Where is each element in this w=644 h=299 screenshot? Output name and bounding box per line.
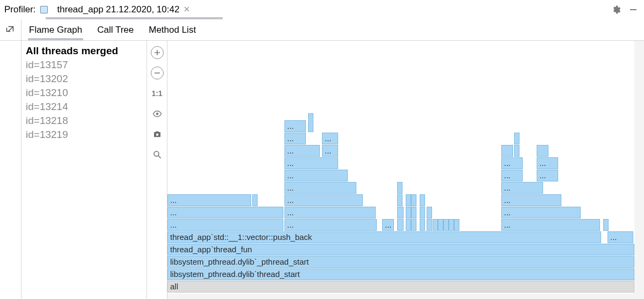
thread-item-all[interactable]: All threads merged: [21, 44, 147, 58]
flame-frame[interactable]: [438, 219, 443, 231]
thread-item[interactable]: id=13214: [21, 100, 147, 114]
thread-item[interactable]: id=13218: [21, 114, 147, 128]
flame-frame[interactable]: thread_app`thread_fun: [167, 244, 634, 256]
flame-frame[interactable]: [454, 219, 459, 231]
view-tabs-row: Flame Graph Call Tree Method List: [0, 19, 644, 41]
flame-frame[interactable]: ...: [501, 194, 561, 206]
flame-frame[interactable]: [420, 207, 425, 218]
svg-point-2: [156, 134, 158, 136]
flame-frame[interactable]: [308, 113, 313, 120]
flame-frame[interactable]: ...: [284, 194, 363, 206]
left-gutter: [0, 41, 21, 299]
flame-graph[interactable]: all libsystem_pthread.dylib`thread_start…: [167, 41, 644, 299]
profiler-label: Profiler:: [4, 4, 40, 15]
flame-frame[interactable]: [537, 145, 548, 157]
gear-icon[interactable]: [610, 3, 623, 16]
search-icon[interactable]: [151, 148, 164, 161]
view-tabs: Flame Graph Call Tree Method List: [21, 19, 203, 40]
close-icon[interactable]: [184, 5, 190, 14]
flame-frame[interactable]: [397, 219, 404, 231]
flame-frame[interactable]: ...: [501, 157, 523, 169]
h-scrollbar[interactable]: [167, 294, 644, 299]
flame-frame[interactable]: [406, 207, 411, 218]
flame-frame[interactable]: ...: [167, 219, 283, 231]
flame-frame[interactable]: ...: [284, 157, 338, 169]
svg-point-3: [154, 151, 159, 156]
flame-frame[interactable]: [501, 145, 513, 157]
flame-frame[interactable]: [603, 219, 609, 231]
flame-frame[interactable]: [397, 207, 404, 218]
thread-item[interactable]: id=13157: [21, 58, 147, 72]
flame-frame[interactable]: [411, 219, 416, 231]
tab-underline: [46, 17, 223, 19]
flame-frame[interactable]: ...: [608, 231, 633, 243]
thread-item[interactable]: id=13210: [21, 86, 147, 100]
tab-method-list[interactable]: Method List: [149, 20, 196, 40]
flame-frame[interactable]: ...: [167, 207, 283, 218]
flame-frame[interactable]: libsystem_pthread.dylib`_pthread_start: [167, 256, 634, 268]
flame-frame[interactable]: [427, 207, 432, 218]
flame-frame[interactable]: [406, 194, 411, 206]
flame-frame[interactable]: ...: [322, 133, 338, 144]
thread-list: All threads merged id=13157 id=13202 id=…: [21, 41, 147, 299]
zoom-out-icon[interactable]: [151, 67, 164, 79]
tab-call-tree[interactable]: Call Tree: [97, 20, 134, 40]
flame-frame[interactable]: ...: [284, 133, 306, 144]
thread-item[interactable]: id=13219: [21, 128, 147, 142]
main-area: All threads merged id=13157 id=13202 id=…: [0, 41, 644, 299]
flame-frame[interactable]: ...: [284, 145, 320, 157]
zoom-in-icon[interactable]: [151, 46, 164, 59]
focus-icon[interactable]: [151, 107, 164, 120]
flame-frame[interactable]: ...: [501, 182, 543, 194]
flame-frame[interactable]: [411, 194, 416, 206]
open-external-icon[interactable]: [6, 24, 16, 35]
flame-frame[interactable]: ...: [537, 170, 558, 181]
flame-frame[interactable]: [427, 219, 432, 231]
flame-frame[interactable]: ...: [501, 170, 523, 181]
flame-frame[interactable]: ...: [284, 219, 377, 231]
svg-point-1: [156, 113, 158, 115]
flame-frame[interactable]: ...: [537, 157, 558, 169]
flame-frame[interactable]: ...: [382, 219, 394, 231]
flame-frame[interactable]: [411, 207, 416, 218]
tab-flame-graph[interactable]: Flame Graph: [29, 20, 82, 40]
tool-column: 1:1: [147, 41, 167, 299]
flame-frame[interactable]: [397, 182, 402, 194]
svg-rect-0: [630, 9, 636, 10]
flame-frame[interactable]: ...: [501, 219, 600, 231]
flame-frame[interactable]: [449, 219, 454, 231]
flame-frame[interactable]: ...: [167, 194, 251, 206]
flame-frame[interactable]: [406, 219, 411, 231]
flame-frame[interactable]: ...: [322, 145, 338, 157]
flame-frame[interactable]: [420, 194, 425, 206]
session-name: thread_app 21.12.2020, 10:42: [57, 4, 180, 15]
top-bar: Profiler: thread_app 21.12.2020, 10:42: [0, 0, 644, 19]
flame-frame[interactable]: ...: [284, 207, 376, 218]
flame-frame[interactable]: [420, 219, 425, 231]
flame-frame[interactable]: [514, 145, 519, 157]
flame-frame[interactable]: ...: [284, 170, 348, 181]
flame-frame[interactable]: libsystem_pthread.dylib`thread_start: [167, 268, 634, 280]
profiler-icon: [40, 6, 48, 13]
minimize-icon[interactable]: [627, 3, 640, 16]
flame-frame[interactable]: ...: [501, 207, 581, 218]
flame-frame[interactable]: thread_app`std::__1::vector::push_back: [167, 231, 601, 243]
flame-frame[interactable]: [433, 219, 438, 231]
profiler-session-tab[interactable]: thread_app 21.12.2020, 10:42: [40, 4, 191, 15]
flame-frame[interactable]: [252, 194, 258, 206]
flame-frame-base[interactable]: all: [167, 281, 634, 293]
flame-frame[interactable]: ...: [284, 182, 356, 194]
flame-frame[interactable]: [397, 194, 402, 206]
flame-frame[interactable]: [514, 133, 519, 144]
zoom-reset-button[interactable]: 1:1: [151, 87, 164, 100]
thread-item[interactable]: id=13202: [21, 72, 147, 86]
snapshot-icon[interactable]: [151, 128, 164, 141]
flame-frame[interactable]: [443, 219, 449, 231]
